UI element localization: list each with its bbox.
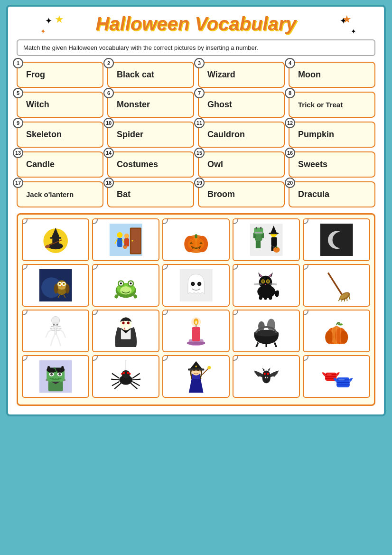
pic-row-a [22, 218, 370, 261]
pic-cell-black-cat [233, 264, 300, 307]
svg-point-217 [263, 373, 265, 375]
bat-image [240, 360, 292, 393]
pic-cell-frog [92, 264, 159, 307]
vocab-item-6: 6 Monster [107, 92, 194, 118]
pic-circle [303, 355, 308, 361]
svg-rect-180 [49, 371, 54, 373]
svg-point-159 [325, 330, 333, 344]
svg-rect-33 [256, 241, 258, 248]
pic-circle [303, 218, 308, 224]
svg-point-59 [63, 283, 65, 284]
svg-rect-184 [57, 378, 59, 379]
svg-point-82 [259, 275, 272, 289]
pic-cell-ghost [162, 264, 230, 307]
svg-line-105 [346, 297, 347, 301]
svg-rect-19 [124, 245, 126, 245]
pic-row-c [22, 310, 370, 352]
svg-rect-34 [258, 241, 261, 248]
svg-point-178 [50, 373, 53, 375]
svg-point-78 [192, 283, 193, 284]
vocab-label-12: Pumpkin [296, 130, 334, 140]
vocab-item-9: 9 Skeleton [17, 122, 103, 148]
svg-rect-147 [187, 341, 205, 344]
vocab-num-16: 16 [285, 148, 295, 158]
pic-cell-bat [233, 355, 300, 398]
vocab-num-5: 5 [13, 88, 23, 98]
svg-point-191 [121, 373, 122, 374]
svg-rect-48 [276, 246, 277, 248]
pic-cell-monster [22, 355, 89, 398]
svg-rect-39 [260, 226, 261, 229]
svg-rect-42 [271, 237, 277, 246]
vocab-label-8: Trick or Treat [296, 101, 343, 109]
vocab-label-7: Ghost [205, 100, 232, 110]
vocab-item-1: 1 Frog [17, 62, 103, 88]
monster-image [29, 360, 82, 393]
svg-rect-44 [269, 233, 279, 234]
svg-rect-220 [267, 376, 268, 378]
star-5: ★ [342, 13, 352, 26]
svg-rect-45 [271, 246, 273, 251]
svg-rect-219 [265, 376, 266, 378]
svg-rect-96 [259, 295, 262, 300]
pic-row-d: ★ [22, 355, 370, 398]
vocab-label-13: Candle [24, 160, 55, 169]
vocab-item-2: 2 Black cat [107, 62, 194, 88]
svg-rect-49 [320, 224, 353, 256]
svg-rect-98 [269, 295, 272, 300]
frog-image [100, 269, 152, 302]
vocab-item-17: 17 Jack o'lantern [17, 181, 103, 207]
owl-image [29, 269, 82, 302]
pic-circle [233, 218, 238, 224]
page: ✦ ★ ✦ ✦ ★ ✦ Halloween Vocabulary Match t… [6, 5, 386, 416]
vocab-item-12: 12 Pumpkin [289, 122, 375, 148]
svg-point-58 [59, 283, 60, 284]
vocab-item-18: 18 Bat [107, 181, 194, 207]
vocab-label-3: Wizard [205, 70, 235, 80]
pic-circle [92, 355, 98, 361]
dracula-image [100, 315, 152, 348]
vocab-num-7: 7 [194, 88, 205, 98]
star-6: ✦ [351, 28, 356, 35]
svg-rect-183 [55, 378, 56, 379]
pic-circle [233, 264, 238, 270]
svg-point-62 [65, 284, 70, 294]
vocab-label-20: Dracula [296, 189, 329, 199]
pic-cell-pumpkin-jack [162, 218, 230, 261]
svg-point-211 [207, 366, 211, 369]
vocab-num-18: 18 [103, 178, 114, 188]
vocab-item-3: 3 Wizard [198, 62, 285, 88]
svg-point-231 [338, 378, 345, 380]
spider-image [100, 360, 152, 393]
skeleton-image [29, 315, 82, 348]
vocab-num-4: 4 [285, 58, 295, 68]
svg-point-179 [58, 373, 61, 375]
svg-rect-5 [50, 237, 61, 238]
vocab-item-19: 19 Broom [198, 181, 285, 207]
vocab-item-5: 5 Witch [17, 92, 103, 118]
vocab-num-15: 15 [194, 148, 205, 158]
vocab-num-8: 8 [285, 88, 295, 98]
vocab-label-14: Costumes [115, 160, 158, 169]
vocab-label-11: Cauldron [205, 130, 245, 140]
vocab-item-4: 4 Moon [289, 62, 375, 88]
svg-point-145 [191, 317, 201, 327]
pic-circle [303, 310, 308, 315]
svg-point-189 [123, 372, 125, 374]
pic-cell-sweets [303, 355, 370, 398]
broom-image [310, 269, 363, 302]
svg-point-230 [327, 374, 331, 375]
vocab-label-19: Broom [205, 189, 235, 199]
svg-point-208 [193, 369, 195, 371]
vocab-item-10: 10 Spider [107, 122, 194, 148]
vocab-label-17: Jack o'lantern [24, 190, 74, 198]
vocab-item-8: 8 Trick or Treat [289, 92, 375, 118]
vocab-num-9: 9 [13, 118, 23, 128]
svg-point-12 [117, 232, 122, 238]
pic-circle [233, 310, 238, 315]
pumpkin-jack-image [170, 224, 222, 256]
vocab-item-13: 13 Candle [17, 151, 103, 178]
svg-point-132 [122, 321, 124, 324]
pic-cell-costumes [233, 218, 300, 261]
vocab-item-11: 11 Cauldron [198, 122, 285, 148]
